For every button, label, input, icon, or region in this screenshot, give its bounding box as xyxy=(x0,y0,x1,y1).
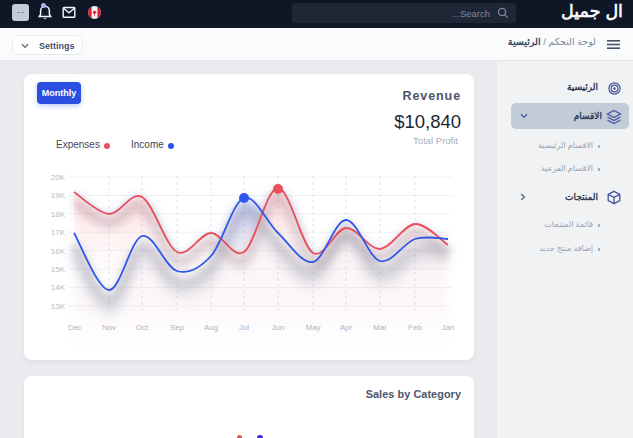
svg-text:Nov: Nov xyxy=(102,323,116,332)
svg-text:14K: 14K xyxy=(51,283,66,292)
svg-text:20K: 20K xyxy=(51,173,66,182)
svg-text:17K: 17K xyxy=(51,228,66,237)
svg-text:Oct: Oct xyxy=(136,323,149,332)
svg-text:Dec: Dec xyxy=(68,323,82,332)
svg-text:16K: 16K xyxy=(51,247,66,256)
svg-text:Jun: Jun xyxy=(272,323,285,332)
svg-text:Jul: Jul xyxy=(239,323,249,332)
svg-text:Aug: Aug xyxy=(204,323,218,332)
svg-text:Feb: Feb xyxy=(408,323,422,332)
svg-text:Apr: Apr xyxy=(340,323,353,332)
svg-text:19K: 19K xyxy=(51,191,66,200)
svg-text:Sep: Sep xyxy=(170,323,185,332)
svg-text:18K: 18K xyxy=(51,210,66,219)
svg-text:Mar: Mar xyxy=(373,323,387,332)
svg-text:15K: 15K xyxy=(51,265,66,274)
svg-text:13K: 13K xyxy=(51,302,66,311)
svg-text:Jan: Jan xyxy=(442,323,455,332)
svg-text:May: May xyxy=(305,323,320,332)
